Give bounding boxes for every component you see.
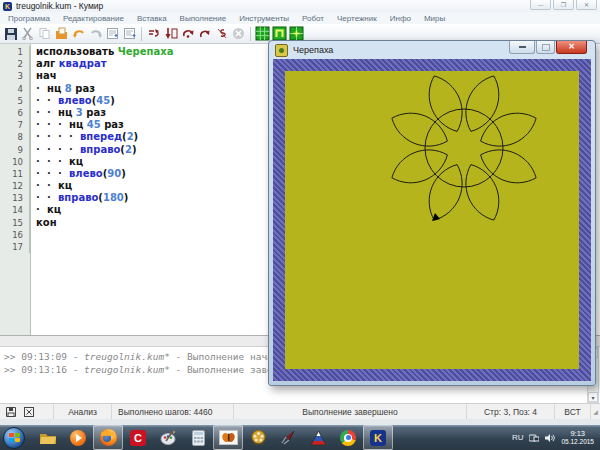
menu-item-program[interactable]: Программа	[8, 14, 50, 23]
menubar: ПрограммаРедактированиеВставкаВыполнение…	[0, 12, 600, 24]
redo-button[interactable]	[87, 26, 104, 42]
code-token: влево	[58, 95, 92, 106]
code-token: 8	[65, 83, 72, 94]
windows-flag-icon	[9, 433, 20, 442]
code-text	[30, 241, 36, 253]
menu-item-tools[interactable]: Инструменты	[239, 14, 289, 23]
insert-text-icon	[106, 27, 119, 40]
run-icon	[181, 27, 195, 40]
film-reel-icon[interactable]	[243, 425, 273, 450]
code-token: вперед	[80, 131, 122, 142]
status-save-icon[interactable]	[6, 407, 16, 417]
step-into-icon	[164, 27, 178, 40]
photo-butterfly-icon[interactable]	[213, 425, 243, 450]
toolbar-separator	[141, 27, 142, 41]
code-text: ····вперед(2)	[30, 131, 138, 143]
menu-item-robot[interactable]: Робот	[302, 14, 324, 23]
code-text: кон	[30, 217, 57, 229]
line-number: 6	[0, 107, 30, 119]
turtle-canvas[interactable]	[285, 71, 579, 369]
status-clear-icon[interactable]	[24, 407, 34, 417]
code-token: ·	[58, 156, 69, 168]
turtle-minimize-button[interactable]	[509, 41, 535, 54]
start-orb[interactable]	[3, 427, 25, 449]
run-button[interactable]	[179, 26, 196, 42]
menu-item-info[interactable]: Инфо	[390, 14, 411, 23]
clock-date: 05.12.2015	[561, 438, 594, 446]
code-token: 45	[87, 119, 101, 130]
console-filename: treugolnik.kum*	[84, 364, 170, 375]
code-token: ·	[47, 107, 58, 119]
code-text: ··влево(45)	[30, 95, 115, 107]
volume-icon[interactable]	[545, 433, 555, 443]
clock[interactable]: 9:13 05.12.2015	[561, 430, 596, 446]
code-text: ····вправо(2)	[30, 144, 136, 156]
turtle-window-title: Черепаха	[293, 45, 333, 55]
scroll-down-icon[interactable]: ▾	[588, 392, 598, 402]
alt-a-icon[interactable]	[303, 425, 333, 450]
close-button[interactable]: ✕	[576, 0, 597, 10]
calculator-icon[interactable]	[183, 425, 213, 450]
code-text: ···влево(90)	[30, 168, 126, 180]
firefox-icon[interactable]	[93, 425, 123, 450]
line-number: 13	[0, 192, 30, 204]
media-player-icon[interactable]	[63, 425, 93, 450]
maximize-button[interactable]: ❒	[553, 0, 574, 10]
code-token: 2	[127, 131, 134, 142]
step-into-button[interactable]	[162, 26, 179, 42]
menu-item-drawer[interactable]: Чертежник	[337, 14, 377, 23]
code-token: ·	[36, 156, 47, 168]
statusbar: Анализ Выполнено шагов: 4460 Выполнение …	[0, 403, 600, 419]
status-corner: ◢	[591, 404, 600, 419]
code-token: ·	[47, 95, 58, 107]
line-number: 11	[0, 168, 30, 180]
line-number: 7	[0, 119, 30, 131]
undo-button[interactable]	[70, 26, 87, 42]
kumir-taskbar-icon[interactable]: K	[363, 425, 393, 450]
stop-button[interactable]	[230, 26, 247, 42]
turtle-close-button[interactable]: ✕	[556, 41, 587, 54]
code-token: ·	[36, 83, 47, 95]
paste-button[interactable]	[53, 26, 70, 42]
turtle-window[interactable]: Черепаха ✕	[268, 40, 596, 386]
turtle-maximize-button[interactable]	[536, 41, 555, 54]
code-token: ·	[58, 144, 69, 156]
copy-button[interactable]	[36, 26, 53, 42]
line-number: 8	[0, 131, 30, 143]
menu-item-insert[interactable]: Вставка	[137, 14, 167, 23]
step-over-button[interactable]	[145, 26, 162, 42]
code-token: кон	[36, 217, 57, 228]
cut-button[interactable]	[19, 26, 36, 42]
code-token: использовать	[36, 46, 118, 57]
chrome-icon[interactable]	[333, 425, 363, 450]
language-indicator[interactable]: RU	[512, 433, 524, 442]
code-text: ···нц 45 раз	[30, 119, 124, 131]
robot-window-button[interactable]	[254, 26, 271, 42]
code-token: ·	[47, 119, 58, 131]
code-token: алг	[36, 58, 59, 69]
code-text: нач	[30, 70, 57, 82]
menu-item-editing[interactable]: Редактирование	[63, 14, 124, 23]
minimize-button[interactable]: —	[530, 0, 551, 10]
insert-text-button[interactable]	[104, 26, 121, 42]
network-icon[interactable]	[529, 433, 539, 443]
code-token: кц	[69, 156, 83, 167]
explorer-icon[interactable]	[33, 425, 63, 450]
insert-block-button[interactable]	[121, 26, 138, 42]
save-button[interactable]	[2, 26, 19, 42]
menu-item-worlds[interactable]: Миры	[424, 14, 445, 23]
code-text: ·нц 8 раз	[30, 83, 95, 95]
status-insert-mode: ВСТ	[555, 404, 591, 419]
status-steps: Выполнено шагов: 4460	[112, 404, 234, 419]
robot-window-icon	[255, 26, 270, 41]
turtle-field-border	[273, 59, 591, 381]
line-number: 3	[0, 70, 30, 82]
rocket-icon[interactable]	[273, 425, 303, 450]
red-c-app-icon[interactable]: C	[123, 425, 153, 450]
code-token: ·	[47, 180, 58, 192]
paint-icon[interactable]	[153, 425, 183, 450]
menu-item-run[interactable]: Выполнение	[180, 14, 227, 23]
code-text: ·кц	[30, 204, 61, 216]
run-fast-button[interactable]	[196, 26, 213, 42]
step-out-button[interactable]	[213, 26, 230, 42]
